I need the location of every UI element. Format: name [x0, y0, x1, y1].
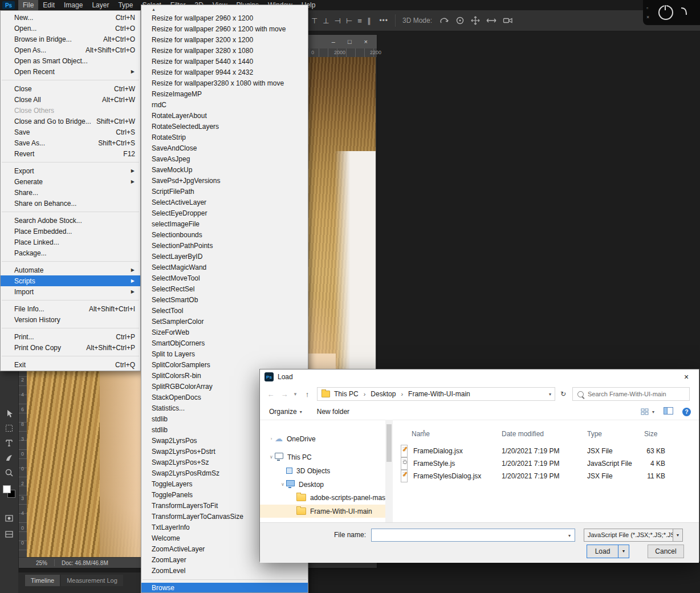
- file-menu-item-place-embedded[interactable]: Place Embedded...: [1, 226, 140, 237]
- file-menu-item-save-as[interactable]: Save As...Shift+Ctrl+S: [1, 137, 140, 148]
- distribute-icon[interactable]: ⊥: [323, 17, 329, 25]
- roll-3d-icon[interactable]: [455, 16, 465, 25]
- file-row[interactable]: FrameStylesDialog.jsx1/20/2021 7:19 PMJS…: [393, 470, 699, 482]
- pan-3d-icon[interactable]: [471, 16, 480, 25]
- scripts-submenu-item[interactable]: SelectTool: [141, 306, 308, 316]
- move-tool-icon[interactable]: [5, 409, 14, 418]
- document-size[interactable]: Doc: 46.8M/46.8M: [62, 560, 108, 566]
- power-icon[interactable]: [658, 5, 673, 20]
- file-menu-item-generate[interactable]: Generate▶: [1, 176, 140, 187]
- file-menu-item-file-info[interactable]: File Info...Alt+Shift+Ctrl+I: [1, 303, 140, 314]
- chevron-down-icon[interactable]: ▼: [673, 529, 682, 541]
- file-menu-item-close-others[interactable]: Close Others: [1, 105, 140, 116]
- foreground-color-swatch[interactable]: [3, 485, 11, 493]
- tab-timeline[interactable]: Timeline: [25, 575, 60, 586]
- scripts-submenu-item[interactable]: Resize for wallpaper 2960 x 1200 with mo…: [141, 24, 308, 35]
- marquee-tool-icon[interactable]: [5, 424, 14, 433]
- breadcrumb-item-this-pc[interactable]: This PC: [334, 390, 359, 398]
- screen-mode-icon[interactable]: [5, 530, 14, 539]
- brush-tool-icon[interactable]: [5, 453, 14, 462]
- dialog-titlebar[interactable]: Ps Load ×: [260, 369, 699, 384]
- scripts-submenu-item[interactable]: SelectActiveLayer: [141, 197, 308, 208]
- scripts-submenu-item[interactable]: Selectionbounds: [141, 230, 308, 241]
- scripts-submenu-item[interactable]: SelectLayerByID: [141, 251, 308, 262]
- scripts-submenu-item[interactable]: Resize for wallpaper3280 x 1080 with mov…: [141, 78, 308, 89]
- scripts-submenu-item[interactable]: SaveAndClose: [141, 143, 308, 154]
- overlay-icon[interactable]: ×: [646, 15, 649, 20]
- close-icon[interactable]: ×: [674, 369, 699, 384]
- breadcrumb-item-frame-with-ui-main[interactable]: Frame-With-UI-main: [408, 390, 470, 398]
- file-menu-item-close-and-go-to-bridge[interactable]: Close and Go to Bridge...Shift+Ctrl+W: [1, 116, 140, 127]
- scripts-submenu-item[interactable]: RotateStrip: [141, 132, 308, 143]
- file-menu-item-revert[interactable]: RevertF12: [1, 148, 140, 159]
- organize-button[interactable]: Organize ▾: [269, 408, 302, 416]
- scripts-submenu-item[interactable]: SaveMockUp: [141, 165, 308, 176]
- distribute-icon[interactable]: ⊣: [335, 17, 341, 25]
- tab-measurement-log[interactable]: Measurement Log: [61, 575, 123, 586]
- zoom-level[interactable]: 25%: [36, 560, 47, 566]
- tree-chevron-icon[interactable]: ∨: [279, 482, 286, 487]
- nav-item-adobe-scripts-panel-master[interactable]: adobe-scripts-panel-master: [260, 491, 385, 504]
- menu-file[interactable]: File: [18, 0, 38, 10]
- load-button[interactable]: Load ▼: [587, 545, 629, 558]
- file-menu-item-import[interactable]: Import▶: [1, 286, 140, 297]
- nav-item-3d-objects[interactable]: 3D Objects: [260, 464, 385, 477]
- file-menu-item-open-recent[interactable]: Open Recent▶: [1, 66, 140, 77]
- tree-chevron-icon[interactable]: ›: [268, 436, 275, 441]
- file-menu-item-save[interactable]: SaveCtrl+S: [1, 127, 140, 137]
- nav-item-frame-with-ui-main[interactable]: Frame-With-UI-main: [260, 505, 385, 518]
- history-dropdown-icon[interactable]: ▾: [291, 391, 300, 397]
- camera-3d-icon[interactable]: [503, 16, 513, 25]
- scripts-submenu-item[interactable]: SmartObjCorners: [141, 338, 308, 349]
- scripts-submenu-item[interactable]: ResizeImageMP: [141, 89, 308, 100]
- nav-item-onedrive[interactable]: ›OneDrive: [260, 432, 385, 445]
- view-mode-button[interactable]: ▾: [641, 408, 654, 415]
- file-menu-item-share-on-behance[interactable]: Share on Behance...: [1, 198, 140, 209]
- close-icon[interactable]: ×: [364, 35, 368, 48]
- breadcrumb-item-desktop[interactable]: Desktop: [371, 390, 396, 398]
- menu-layer[interactable]: Layer: [87, 0, 113, 10]
- scripts-submenu-item[interactable]: SelectMoveTool: [141, 273, 308, 284]
- scripts-submenu-item[interactable]: selectImageFile: [141, 219, 308, 230]
- scripts-submenu-item[interactable]: Split to Layers: [141, 349, 308, 360]
- scripts-submenu-item[interactable]: SelectEyeDropper: [141, 208, 308, 219]
- address-bar[interactable]: This PC›Desktop›Frame-With-UI-main ▾: [317, 387, 555, 401]
- minimize-icon[interactable]: –: [332, 35, 335, 48]
- load-split-dropdown-icon[interactable]: ▼: [618, 545, 629, 558]
- distribute-icon[interactable]: ∥: [367, 17, 371, 25]
- orbit-3d-icon[interactable]: [439, 16, 449, 25]
- column-header-type[interactable]: Type: [587, 428, 602, 440]
- file-menu-item-open-as[interactable]: Open As...Alt+Shift+Ctrl+O: [1, 44, 140, 55]
- scripts-submenu-item[interactable]: Resize for wallpaper 5440 x 1440: [141, 56, 308, 67]
- scripts-submenu-item[interactable]: Resize for wallpaper 3200 x 1200: [141, 35, 308, 46]
- scripts-submenu-item[interactable]: SavePsd+JpgVersions: [141, 176, 308, 186]
- nav-item-this-pc[interactable]: ∨This PC: [260, 450, 385, 464]
- file-menu-item-close-all[interactable]: Close AllAlt+Ctrl+W: [1, 94, 140, 105]
- scripts-submenu-item[interactable]: ScriptFilePath: [141, 186, 308, 197]
- zoom-tool-icon[interactable]: [5, 468, 14, 477]
- slide-3d-icon[interactable]: [486, 16, 496, 25]
- file-menu-item-new[interactable]: New...Ctrl+N: [1, 12, 140, 23]
- menu-image[interactable]: Image: [59, 0, 87, 10]
- file-type-select[interactable]: JavaScript File (*.JSX;*.JS;*.JSXBI ▼: [584, 529, 683, 542]
- file-name-input[interactable]: ▾: [371, 529, 575, 542]
- file-menu-item-package[interactable]: Package...: [1, 247, 140, 258]
- file-menu-item-place-linked[interactable]: Place Linked...: [1, 237, 140, 247]
- preview-pane-button[interactable]: [664, 407, 673, 416]
- scripts-submenu-item[interactable]: RotateLayerAbout: [141, 111, 308, 121]
- scripts-submenu-item[interactable]: Resize for wallpaper 2960 x 1200: [141, 13, 308, 24]
- forward-icon[interactable]: →: [278, 390, 291, 399]
- file-menu-item-share[interactable]: Share...: [1, 187, 140, 198]
- scripts-submenu-item[interactable]: SelectSmartOb: [141, 295, 308, 306]
- scripts-submenu-item[interactable]: SelectionPathPoints: [141, 241, 308, 251]
- file-menu-item-close[interactable]: CloseCtrl+W: [1, 83, 140, 94]
- address-dropdown-icon[interactable]: ▾: [549, 392, 551, 397]
- scrollbar[interactable]: [385, 420, 393, 522]
- type-tool-icon[interactable]: [5, 438, 14, 448]
- scripts-submenu-item[interactable]: SetSamplerColor: [141, 316, 308, 327]
- file-menu-item-print-one-copy[interactable]: Print One CopyAlt+Shift+Ctrl+P: [1, 342, 140, 353]
- cancel-button[interactable]: Cancel: [648, 545, 684, 558]
- file-row[interactable]: FrameStyle.js1/20/2021 7:19 PMJavaScript…: [393, 457, 699, 470]
- help-icon[interactable]: ?: [682, 408, 691, 416]
- file-menu-item-open-as-smart-object[interactable]: Open as Smart Object...: [1, 55, 140, 66]
